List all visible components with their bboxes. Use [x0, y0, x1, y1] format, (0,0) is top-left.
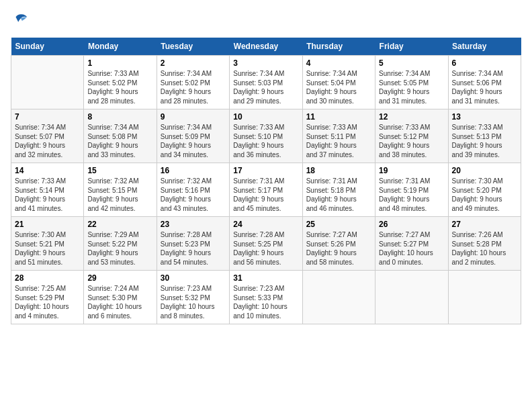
day-number: 4 [306, 58, 371, 68]
day-number: 2 [161, 58, 226, 68]
day-number: 3 [233, 58, 298, 68]
day-info: Sunrise: 7:34 AM Sunset: 5:08 PM Dayligh… [87, 123, 152, 159]
day-info: Sunrise: 7:33 AM Sunset: 5:11 PM Dayligh… [306, 123, 371, 159]
day-number: 26 [379, 220, 444, 229]
day-number: 1 [87, 58, 152, 68]
day-info: Sunrise: 7:33 AM Sunset: 5:14 PM Dayligh… [15, 177, 80, 213]
day-number: 20 [452, 166, 517, 175]
day-number: 30 [161, 273, 226, 283]
day-info: Sunrise: 7:34 AM Sunset: 5:07 PM Dayligh… [15, 123, 80, 159]
day-number: 31 [233, 273, 298, 283]
day-info: Sunrise: 7:23 AM Sunset: 5:33 PM Dayligh… [233, 284, 298, 320]
day-info: Sunrise: 7:31 AM Sunset: 5:18 PM Dayligh… [306, 177, 371, 213]
day-info: Sunrise: 7:27 AM Sunset: 5:27 PM Dayligh… [379, 230, 444, 267]
header-sunday: Sunday [11, 38, 84, 56]
week-row-1: 7Sunrise: 7:34 AM Sunset: 5:07 PM Daylig… [11, 109, 521, 163]
header-row: SundayMondayTuesdayWednesdayThursdayFrid… [11, 38, 521, 56]
day-number: 8 [87, 112, 152, 122]
day-number: 24 [233, 220, 298, 229]
day-info: Sunrise: 7:34 AM Sunset: 5:05 PM Dayligh… [379, 69, 444, 105]
day-number: 5 [379, 58, 444, 68]
day-cell [448, 271, 521, 324]
day-cell: 5Sunrise: 7:34 AM Sunset: 5:05 PM Daylig… [375, 56, 448, 109]
day-number: 19 [379, 166, 444, 175]
day-info: Sunrise: 7:31 AM Sunset: 5:19 PM Dayligh… [379, 177, 444, 213]
day-info: Sunrise: 7:33 AM Sunset: 5:12 PM Dayligh… [379, 123, 444, 159]
day-info: Sunrise: 7:34 AM Sunset: 5:02 PM Dayligh… [161, 69, 226, 105]
day-number: 9 [161, 112, 226, 122]
day-number: 29 [87, 273, 152, 283]
day-info: Sunrise: 7:32 AM Sunset: 5:15 PM Dayligh… [87, 177, 152, 213]
day-cell: 2Sunrise: 7:34 AM Sunset: 5:02 PM Daylig… [157, 56, 229, 109]
header-thursday: Thursday [302, 38, 375, 56]
day-cell: 12Sunrise: 7:33 AM Sunset: 5:12 PM Dayli… [375, 109, 448, 163]
day-number: 6 [452, 58, 517, 68]
day-info: Sunrise: 7:28 AM Sunset: 5:23 PM Dayligh… [161, 230, 226, 267]
day-cell: 26Sunrise: 7:27 AM Sunset: 5:27 PM Dayli… [375, 217, 448, 271]
day-number: 22 [87, 220, 152, 229]
header-friday: Friday [375, 38, 448, 56]
day-cell: 19Sunrise: 7:31 AM Sunset: 5:19 PM Dayli… [375, 163, 448, 217]
day-cell: 20Sunrise: 7:30 AM Sunset: 5:20 PM Dayli… [448, 163, 521, 217]
day-cell [375, 271, 448, 324]
week-row-4: 28Sunrise: 7:25 AM Sunset: 5:29 PM Dayli… [11, 271, 521, 324]
day-info: Sunrise: 7:27 AM Sunset: 5:26 PM Dayligh… [306, 230, 371, 267]
day-info: Sunrise: 7:33 AM Sunset: 5:13 PM Dayligh… [452, 123, 517, 159]
logo [11, 11, 32, 30]
day-cell: 21Sunrise: 7:30 AM Sunset: 5:21 PM Dayli… [11, 217, 84, 271]
day-cell: 30Sunrise: 7:23 AM Sunset: 5:32 PM Dayli… [157, 271, 229, 324]
page-header [11, 11, 521, 30]
day-info: Sunrise: 7:30 AM Sunset: 5:21 PM Dayligh… [15, 230, 80, 267]
day-cell: 14Sunrise: 7:33 AM Sunset: 5:14 PM Dayli… [11, 163, 84, 217]
day-number: 13 [452, 112, 517, 122]
day-cell: 25Sunrise: 7:27 AM Sunset: 5:26 PM Dayli… [302, 217, 375, 271]
week-row-0: 1Sunrise: 7:33 AM Sunset: 5:02 PM Daylig… [11, 56, 521, 109]
day-number: 21 [15, 220, 80, 229]
day-info: Sunrise: 7:34 AM Sunset: 5:04 PM Dayligh… [306, 69, 371, 105]
day-cell: 28Sunrise: 7:25 AM Sunset: 5:29 PM Dayli… [11, 271, 84, 324]
day-cell [302, 271, 375, 324]
logo-bird-icon [11, 11, 30, 30]
day-number: 16 [161, 166, 226, 175]
day-number: 11 [306, 112, 371, 122]
calendar-table: SundayMondayTuesdayWednesdayThursdayFrid… [11, 38, 521, 324]
day-cell: 13Sunrise: 7:33 AM Sunset: 5:13 PM Dayli… [448, 109, 521, 163]
day-info: Sunrise: 7:30 AM Sunset: 5:20 PM Dayligh… [452, 177, 517, 213]
day-cell: 16Sunrise: 7:32 AM Sunset: 5:16 PM Dayli… [157, 163, 229, 217]
header-tuesday: Tuesday [157, 38, 229, 56]
day-cell: 17Sunrise: 7:31 AM Sunset: 5:17 PM Dayli… [230, 163, 302, 217]
day-number: 23 [161, 220, 226, 229]
day-cell: 18Sunrise: 7:31 AM Sunset: 5:18 PM Dayli… [302, 163, 375, 217]
day-info: Sunrise: 7:34 AM Sunset: 5:09 PM Dayligh… [161, 123, 226, 159]
header-saturday: Saturday [448, 38, 521, 56]
day-info: Sunrise: 7:34 AM Sunset: 5:03 PM Dayligh… [233, 69, 298, 105]
day-info: Sunrise: 7:29 AM Sunset: 5:22 PM Dayligh… [87, 230, 152, 267]
day-info: Sunrise: 7:34 AM Sunset: 5:06 PM Dayligh… [452, 69, 517, 105]
day-cell: 9Sunrise: 7:34 AM Sunset: 5:09 PM Daylig… [157, 109, 229, 163]
day-cell: 10Sunrise: 7:33 AM Sunset: 5:10 PM Dayli… [230, 109, 302, 163]
day-cell: 24Sunrise: 7:28 AM Sunset: 5:25 PM Dayli… [230, 217, 302, 271]
week-row-2: 14Sunrise: 7:33 AM Sunset: 5:14 PM Dayli… [11, 163, 521, 217]
day-cell: 7Sunrise: 7:34 AM Sunset: 5:07 PM Daylig… [11, 109, 84, 163]
day-cell: 1Sunrise: 7:33 AM Sunset: 5:02 PM Daylig… [84, 56, 157, 109]
day-info: Sunrise: 7:28 AM Sunset: 5:25 PM Dayligh… [233, 230, 298, 267]
day-number: 18 [306, 166, 371, 175]
day-cell: 11Sunrise: 7:33 AM Sunset: 5:11 PM Dayli… [302, 109, 375, 163]
day-number: 25 [306, 220, 371, 229]
day-cell: 22Sunrise: 7:29 AM Sunset: 5:22 PM Dayli… [84, 217, 157, 271]
day-cell: 15Sunrise: 7:32 AM Sunset: 5:15 PM Dayli… [84, 163, 157, 217]
day-info: Sunrise: 7:23 AM Sunset: 5:32 PM Dayligh… [161, 284, 226, 320]
day-number: 28 [15, 273, 80, 283]
day-info: Sunrise: 7:24 AM Sunset: 5:30 PM Dayligh… [87, 284, 152, 320]
day-number: 10 [233, 112, 298, 122]
day-number: 7 [15, 112, 80, 122]
day-number: 14 [15, 166, 80, 175]
day-cell: 23Sunrise: 7:28 AM Sunset: 5:23 PM Dayli… [157, 217, 229, 271]
day-cell: 4Sunrise: 7:34 AM Sunset: 5:04 PM Daylig… [302, 56, 375, 109]
day-cell [11, 56, 84, 109]
day-info: Sunrise: 7:31 AM Sunset: 5:17 PM Dayligh… [233, 177, 298, 213]
day-info: Sunrise: 7:32 AM Sunset: 5:16 PM Dayligh… [161, 177, 226, 213]
day-cell: 3Sunrise: 7:34 AM Sunset: 5:03 PM Daylig… [230, 56, 302, 109]
week-row-3: 21Sunrise: 7:30 AM Sunset: 5:21 PM Dayli… [11, 217, 521, 271]
day-number: 12 [379, 112, 444, 122]
